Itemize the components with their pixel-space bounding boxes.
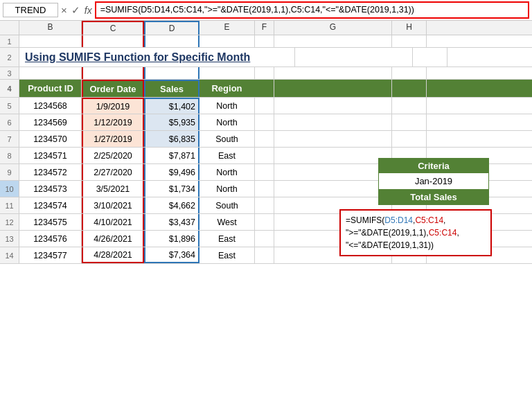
cell-order-date-9[interactable]: 2/27/2020 [82,164,144,180]
cell-g-9[interactable] [274,164,392,180]
cell-order-date-6[interactable]: 1/12/2019 [82,114,144,130]
col-header-f[interactable]: F [255,21,274,35]
cancel-icon[interactable]: × [61,4,67,16]
cell-sales-9[interactable]: $9,496 [144,164,200,180]
cell-h3[interactable] [392,67,427,79]
cell-f4[interactable] [255,80,274,97]
cell-f-11[interactable] [255,197,274,213]
cell-f-12[interactable] [255,214,274,230]
cell-e1[interactable] [200,35,255,47]
cell-order-date-7[interactable]: 1/27/2019 [82,131,144,147]
cell-product-id-11[interactable]: 1234574 [19,197,82,213]
cell-order-date-12[interactable]: 4/10/2021 [82,214,144,230]
cell-region-13[interactable]: East [200,231,255,247]
cell-g-10[interactable] [274,181,392,197]
table-row: 712345701/27/2019$6,835South [0,131,532,148]
cell-order-date-5[interactable]: 1/9/2019 [82,98,144,114]
cell-region-11[interactable]: South [200,197,255,213]
cell-d3[interactable] [144,67,200,79]
cell-order-date-14[interactable]: 4/28/2021 [82,247,144,263]
cell-b1[interactable] [19,35,82,47]
cell-sales-7[interactable]: $6,835 [144,131,200,147]
cell-c1[interactable] [82,35,144,47]
formula-input[interactable]: =SUMIFS(D5:D14,C5:C14,">="&DATE(2019,1,1… [95,1,529,19]
cell-g-5[interactable] [274,98,392,114]
cell-order-date-13[interactable]: 4/26/2021 [82,231,144,247]
header-product-id: Product ID [19,80,82,97]
cell-b3[interactable] [19,67,82,79]
column-headers: B C D E F G H [0,21,532,35]
col-header-b[interactable]: B [19,21,82,35]
cell-product-id-9[interactable]: 1234572 [19,164,82,180]
cell-region-12[interactable]: West [200,214,255,230]
cell-sales-5[interactable]: $1,402 [144,98,200,114]
cell-order-date-10[interactable]: 3/5/2021 [82,181,144,197]
cell-h4[interactable] [392,80,427,97]
cell-f-6[interactable] [255,114,274,130]
cell-h1[interactable] [392,35,427,47]
cell-g-8[interactable] [274,148,392,163]
cell-sales-14[interactable]: $7,364 [144,247,200,263]
cell-region-6[interactable]: North [200,114,255,130]
cell-product-id-8[interactable]: 1234571 [19,148,82,163]
cell-product-id-10[interactable]: 1234573 [19,181,82,197]
cell-region-9[interactable]: North [200,164,255,180]
cell-f-13[interactable] [255,231,274,247]
cell-order-date-11[interactable]: 3/10/2021 [82,197,144,213]
cell-product-id-12[interactable]: 1234575 [19,214,82,230]
cell-product-id-5[interactable]: 1234568 [19,98,82,114]
col-header-c[interactable]: C [82,21,144,35]
name-box[interactable]: TREND [3,3,58,17]
cell-sales-10[interactable]: $1,734 [144,181,200,197]
cell-region-10[interactable]: North [200,181,255,197]
cell-g-6[interactable] [274,114,392,130]
cell-sales-12[interactable]: $3,437 [144,214,200,230]
cell-f-8[interactable] [255,148,274,163]
cell-region-5[interactable]: North [200,98,255,114]
cell-sales-11[interactable]: $4,662 [144,197,200,213]
cell-f-7[interactable] [255,131,274,147]
cell-f-9[interactable] [255,164,274,180]
col-header-h[interactable]: H [392,21,427,35]
cell-f2[interactable] [276,48,295,66]
col-header-e[interactable]: E [200,21,255,35]
cell-d1[interactable] [144,35,200,47]
cell-h2[interactable] [413,48,447,66]
ft-comma3: , [456,228,459,238]
col-header-d[interactable]: D [144,21,200,35]
row-num-9: 9 [0,164,19,180]
cell-f3[interactable] [255,67,274,79]
criteria-box: Criteria Jan-2019 Total Sales [378,158,489,205]
table-row: 512345681/9/2019$1,402North [0,98,532,114]
cell-e3[interactable] [200,67,255,79]
cell-product-id-6[interactable]: 1234569 [19,114,82,130]
cell-f-5[interactable] [255,98,274,114]
cell-sales-6[interactable]: $5,935 [144,114,200,130]
row-num-6: 6 [0,114,19,130]
row-num-1: 1 [0,35,19,47]
cell-f1[interactable] [255,35,274,47]
cell-region-14[interactable]: East [200,247,255,263]
cell-f-14[interactable] [255,247,274,263]
cell-g-7[interactable] [274,131,392,147]
cell-sales-13[interactable]: $1,896 [144,231,200,247]
cell-g2[interactable] [295,48,413,66]
confirm-icon[interactable]: ✓ [71,4,80,17]
col-header-g[interactable]: G [274,21,392,35]
cell-g1[interactable] [274,35,392,47]
cell-c3[interactable] [82,67,144,79]
cell-product-id-13[interactable]: 1234576 [19,231,82,247]
cell-h-6[interactable] [392,114,427,130]
cell-product-id-7[interactable]: 1234570 [19,131,82,147]
cell-g4[interactable] [274,80,392,97]
cell-f-10[interactable] [255,181,274,197]
cell-h-7[interactable] [392,131,427,147]
cell-g3[interactable] [274,67,392,79]
cell-order-date-8[interactable]: 2/25/2020 [82,148,144,163]
cell-region-8[interactable]: East [200,148,255,163]
cell-sales-8[interactable]: $7,871 [144,148,200,163]
cell-product-id-14[interactable]: 1234577 [19,247,82,263]
row-num-3: 3 [0,67,19,79]
cell-h-5[interactable] [392,98,427,114]
cell-region-7[interactable]: South [200,131,255,147]
